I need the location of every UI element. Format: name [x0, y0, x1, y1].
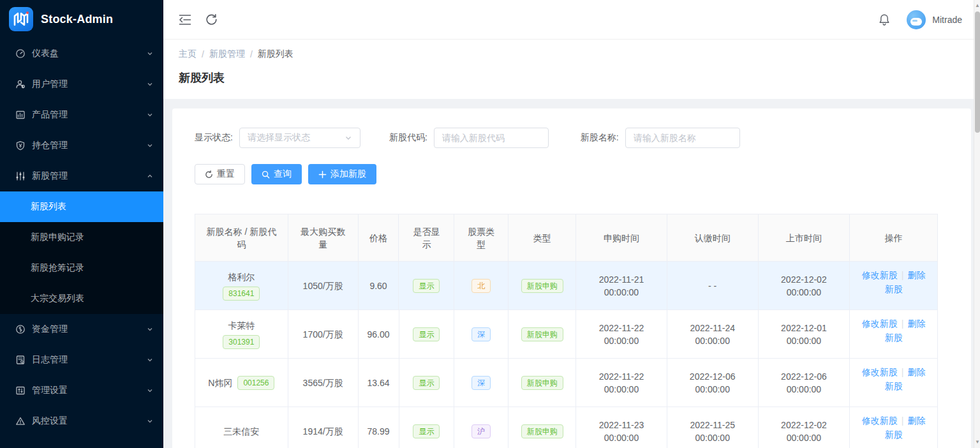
breadcrumb: 主页 / 新股管理 / 新股列表 [179, 49, 958, 60]
status-select-placeholder: 请选择显示状态 [248, 132, 345, 144]
top-navbar: Mitrade [163, 0, 974, 40]
stock-name: 三未信安 [223, 425, 259, 438]
cell-visible: 显示 [399, 310, 455, 359]
sidebar-item-positions[interactable]: 持仓管理 [0, 130, 163, 161]
app-root: Stock-Admin 仪表盘 用户管理 产品管理 持仓管理 新股管理 [0, 0, 980, 448]
table-row: 三未信安 1914/万股 78.99 显示 沪 新股申购 2022-11-230… [195, 407, 937, 448]
header-max-buy: 最大购买数量 [288, 214, 359, 262]
cell-operations: 修改新股|删除新股 [850, 359, 937, 407]
add-ipo-button[interactable]: 添加新股 [308, 164, 376, 184]
sidebar-item-funds[interactable]: 资金管理 [0, 314, 163, 345]
cell-price: 78.99 [359, 407, 399, 448]
cell-max-buy: 3565/万股 [288, 359, 359, 407]
cell-stock-type: 沪 [454, 407, 509, 448]
risk-settings-icon [15, 416, 26, 426]
type-badge: 新股申购 [521, 424, 563, 438]
submenu-item-ipo-list[interactable]: 新股列表 [0, 191, 163, 222]
ipo-list-card: 显示状态: 请选择显示状态 新股代码: 新股名称: [172, 108, 971, 448]
sidebar: Stock-Admin 仪表盘 用户管理 产品管理 持仓管理 新股管理 [0, 0, 163, 448]
chevron-down-icon [147, 81, 153, 87]
cell-max-buy: 1700/万股 [288, 310, 359, 359]
sidebar-item-users[interactable]: 用户管理 [0, 69, 163, 100]
sidebar-item-label: 管理设置 [32, 385, 147, 396]
breadcrumb-home[interactable]: 主页 [179, 49, 197, 60]
sidebar-item-ipo[interactable]: 新股管理 [0, 161, 163, 191]
sidebar-item-label: 风控设置 [32, 415, 147, 427]
edit-ipo-link[interactable]: 修改新股 [862, 415, 898, 426]
sidebar-item-risk-settings[interactable]: 风控设置 [0, 406, 163, 437]
submenu-item-label: 大宗交易列表 [31, 293, 84, 304]
name-input[interactable] [625, 128, 740, 148]
cell-pay-time: - - [667, 262, 759, 310]
cell-name-code: 三未信安 [195, 407, 288, 448]
sidebar-item-products[interactable]: 产品管理 [0, 100, 163, 130]
scrollbar-thumb[interactable] [975, 11, 980, 133]
filter-bar: 显示状态: 请选择显示状态 新股代码: 新股名称: [195, 128, 971, 148]
table-body: 格利尔 831641 1050/万股 9.60 显示 北 新股申购 2022-1… [195, 262, 937, 448]
user-management-icon [15, 79, 26, 89]
cell-max-buy: 1050/万股 [288, 262, 359, 310]
header-stock-type: 股票类型 [454, 214, 509, 262]
status-select[interactable]: 请选择显示状态 [239, 128, 360, 148]
sidebar-item-dashboard[interactable]: 仪表盘 [0, 38, 163, 69]
refresh-icon [205, 13, 218, 26]
funds-management-icon [15, 324, 26, 334]
scrollbar-up-arrow[interactable]: ▲ [974, 1, 980, 10]
stock-type-badge: 深 [471, 327, 491, 341]
breadcrumb-current: 新股列表 [258, 49, 293, 60]
header-name-code: 新股名称 / 新股代码 [195, 214, 288, 262]
page-scrollbar[interactable]: ▲ ▼ [974, 0, 980, 448]
cell-stock-type: 深 [454, 310, 509, 359]
table-header-row: 新股名称 / 新股代码 最大购买数量 价格 是否显示 股票类型 类型 申购时间 … [195, 214, 937, 262]
cell-type: 新股申购 [509, 310, 576, 359]
username-label[interactable]: Mitrade [932, 15, 962, 25]
stock-name: 卡莱特 [228, 319, 255, 332]
app-logo[interactable]: Stock-Admin [0, 0, 163, 38]
stock-code-badge: 301391 [223, 335, 260, 349]
breadcrumb-ipo-management[interactable]: 新股管理 [209, 49, 245, 60]
table-row: 格利尔 831641 1050/万股 9.60 显示 北 新股申购 2022-1… [195, 262, 937, 310]
stock-type-badge: 沪 [471, 424, 491, 438]
sidebar-collapse-button[interactable] [179, 14, 191, 26]
cell-apply-time: 2022-11-2200:00:00 [576, 359, 667, 407]
user-avatar[interactable] [907, 10, 926, 29]
edit-ipo-link[interactable]: 修改新股 [862, 270, 898, 280]
search-icon [262, 170, 270, 179]
cell-operations: 修改新股|删除新股 [850, 407, 937, 448]
chevron-down-icon [147, 357, 153, 363]
reset-button[interactable]: 重置 [195, 164, 245, 184]
log-management-icon [15, 355, 26, 365]
chevron-up-icon [147, 173, 153, 179]
scrollbar-down-arrow[interactable]: ▼ [974, 438, 980, 447]
header-apply-time: 申购时间 [576, 214, 667, 262]
submenu-item-grab-records[interactable]: 新股抢筹记录 [0, 253, 163, 283]
cell-max-buy: 1914/万股 [288, 407, 359, 448]
notifications-button[interactable] [879, 13, 890, 26]
cell-pay-time: 2022-11-2400:00:00 [667, 310, 759, 359]
header-list-time: 上市时间 [759, 214, 850, 262]
collapse-sidebar-icon [179, 14, 191, 26]
sidebar-item-admin-settings[interactable]: 管理设置 [0, 375, 163, 406]
stock-type-badge: 北 [471, 279, 491, 293]
app-logo-icon [9, 7, 33, 31]
submenu-item-subscription-records[interactable]: 新股申购记录 [0, 222, 163, 253]
breadcrumb-separator: / [250, 49, 253, 59]
sidebar-item-label: 资金管理 [32, 324, 147, 335]
cell-price: 13.64 [359, 359, 399, 407]
edit-ipo-link[interactable]: 修改新股 [862, 318, 898, 329]
code-input[interactable] [434, 128, 549, 148]
visible-badge: 显示 [413, 424, 440, 438]
table-row: 卡莱特 301391 1700/万股 96.00 显示 深 新股申购 2022-… [195, 310, 937, 359]
chevron-down-icon [147, 142, 153, 149]
bell-icon [879, 13, 890, 26]
refresh-button[interactable] [205, 13, 218, 26]
logo-m-glyph [13, 12, 29, 26]
edit-ipo-link[interactable]: 修改新股 [862, 367, 898, 377]
link-divider: | [902, 367, 904, 377]
sidebar-item-logs[interactable]: 日志管理 [0, 345, 163, 375]
chevron-down-icon [147, 326, 153, 332]
submenu-item-block-trade-list[interactable]: 大宗交易列表 [0, 283, 163, 314]
search-button[interactable]: 查询 [251, 164, 302, 184]
chevron-down-icon [147, 387, 153, 394]
sidebar-item-label: 持仓管理 [32, 140, 147, 151]
